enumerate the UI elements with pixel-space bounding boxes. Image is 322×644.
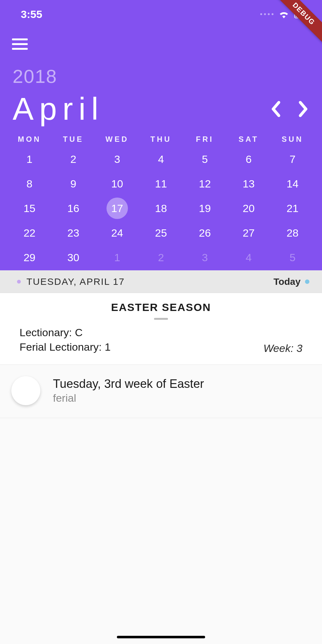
calendar-grid: 1234567891011121314151617181920212223242…: [0, 147, 322, 270]
calendar-day[interactable]: 27: [227, 221, 271, 245]
lectionary-value: C: [75, 326, 83, 338]
weekday-thu: THU: [139, 135, 183, 144]
calendar-day[interactable]: 15: [8, 196, 51, 221]
feast-rank: ferial: [53, 392, 204, 404]
dot-icon: [17, 280, 21, 284]
week-label: Week:: [263, 342, 294, 354]
season-card: EASTER SEASON Lectionary: C Ferial Lecti…: [0, 293, 322, 365]
today-button[interactable]: Today: [273, 276, 309, 287]
calendar-day[interactable]: 8: [8, 171, 51, 196]
calendar-day[interactable]: 2: [51, 147, 95, 171]
month-row: April: [13, 91, 309, 127]
calendar-day[interactable]: 6: [227, 147, 271, 171]
calendar-day[interactable]: 9: [51, 171, 95, 196]
calendar-year[interactable]: 2018: [13, 66, 57, 87]
calendar-day[interactable]: 28: [271, 221, 314, 245]
calendar-day[interactable]: 19: [183, 196, 227, 221]
calendar-day[interactable]: 11: [139, 171, 183, 196]
month-nav: [270, 99, 309, 119]
calendar-day: 4: [227, 245, 271, 270]
calendar-day[interactable]: 26: [183, 221, 227, 245]
next-month-button[interactable]: [297, 99, 309, 119]
status-bar: 3:55: [0, 0, 322, 28]
calendar-day[interactable]: 22: [8, 221, 51, 245]
cellular-dots-icon: [260, 13, 273, 15]
divider: [154, 318, 168, 320]
screen: 3:55 2018 April: [0, 0, 322, 644]
calendar-day[interactable]: 5: [183, 147, 227, 171]
calendar-day[interactable]: 14: [271, 171, 314, 196]
weekday-wed: WED: [95, 135, 139, 144]
week-value: 3: [296, 342, 302, 354]
calendar-day: 2: [139, 245, 183, 270]
ferial-lectionary-value: 1: [105, 341, 111, 353]
calendar-day[interactable]: 24: [95, 221, 139, 245]
calendar-day[interactable]: 18: [139, 196, 183, 221]
calendar-day[interactable]: 4: [139, 147, 183, 171]
weekday-tue: TUE: [51, 135, 95, 144]
feast-title: Tuesday, 3rd week of Easter: [53, 377, 204, 391]
season-lectionary-block: Lectionary: C Ferial Lectionary: 1: [20, 325, 111, 354]
selected-date-left: TUESDAY, APRIL 17: [17, 276, 125, 287]
season-title: EASTER SEASON: [20, 301, 302, 313]
calendar-day[interactable]: 13: [227, 171, 271, 196]
calendar-header: 3:55 2018 April: [0, 0, 322, 270]
calendar-day[interactable]: 12: [183, 171, 227, 196]
selected-date-label: TUESDAY, APRIL 17: [26, 276, 125, 287]
today-label: Today: [273, 276, 301, 287]
calendar-day[interactable]: 30: [51, 245, 95, 270]
status-time: 3:55: [21, 8, 42, 20]
dot-icon: [305, 279, 309, 284]
weekday-header: MON TUE WED THU FRI SAT SUN: [0, 135, 322, 144]
calendar-day[interactable]: 23: [51, 221, 95, 245]
feast-color-icon: [11, 376, 40, 405]
prev-month-button[interactable]: [270, 99, 282, 119]
calendar-month: April: [13, 91, 104, 127]
home-indicator[interactable]: [117, 636, 205, 638]
weekday-sat: SAT: [227, 135, 271, 144]
weekday-fri: FRI: [183, 135, 227, 144]
calendar-day: 3: [183, 245, 227, 270]
wifi-icon: [279, 10, 289, 18]
menu-button[interactable]: [12, 38, 28, 50]
calendar-day: 1: [95, 245, 139, 270]
calendar-day[interactable]: 29: [8, 245, 51, 270]
weekday-mon: MON: [8, 135, 51, 144]
calendar-day[interactable]: 21: [271, 196, 314, 221]
feast-list-item[interactable]: Tuesday, 3rd week of Easter ferial: [0, 365, 322, 418]
lectionary-label: Lectionary:: [20, 326, 72, 338]
calendar-day[interactable]: 25: [139, 221, 183, 245]
calendar-day[interactable]: 1: [8, 147, 51, 171]
calendar-day[interactable]: 20: [227, 196, 271, 221]
calendar-day[interactable]: 7: [271, 147, 314, 171]
weekday-sun: SUN: [271, 135, 314, 144]
calendar-day[interactable]: 10: [95, 171, 139, 196]
calendar-day: 5: [271, 245, 314, 270]
ferial-lectionary-label: Ferial Lectionary:: [20, 341, 102, 353]
selected-date-bar: TUESDAY, APRIL 17 Today: [0, 270, 322, 293]
calendar-day[interactable]: 17: [95, 196, 139, 221]
calendar-day[interactable]: 16: [51, 196, 95, 221]
season-week: Week: 3: [263, 342, 302, 354]
calendar-day[interactable]: 3: [95, 147, 139, 171]
feast-text: Tuesday, 3rd week of Easter ferial: [53, 377, 204, 404]
